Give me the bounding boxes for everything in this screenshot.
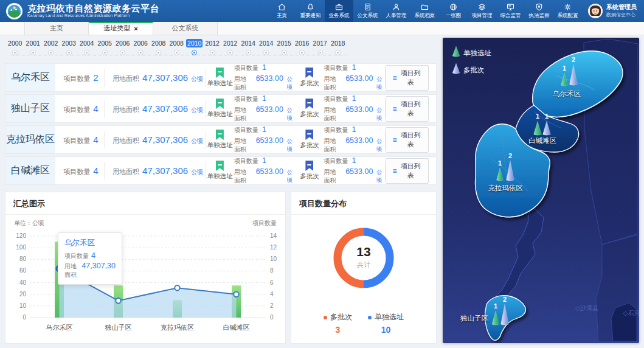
tab-site-type[interactable]: 选址类型× <box>89 22 153 35</box>
timeline-year-dot[interactable] <box>102 50 108 55</box>
timeline-year-dot[interactable] <box>210 50 215 55</box>
timeline-year[interactable]: 2000 <box>6 39 24 55</box>
project-count-label: 项目数量 <box>63 105 90 114</box>
nav-item-shield[interactable]: 执法监察 <box>525 0 553 22</box>
timeline-year[interactable]: 2012 <box>204 39 222 55</box>
timeline-year[interactable]: 2014 <box>257 39 275 55</box>
donut-chart: 13 共计 <box>291 215 436 307</box>
data-point-独山子区[interactable] <box>116 298 120 303</box>
nav-item-globe[interactable]: 一张图 <box>439 0 468 22</box>
project-count-value: 1 <box>352 63 356 72</box>
timeline-year[interactable]: 2004 <box>78 39 96 55</box>
project-list-button[interactable]: ≡项目列表 <box>386 127 429 153</box>
timeline-year-dot[interactable] <box>192 50 197 55</box>
tab-label: 选址类型 <box>103 24 130 33</box>
timeline-year-dot[interactable] <box>299 50 305 55</box>
nav-item-label: 系统档案 <box>415 12 435 19</box>
district-name: 克拉玛依区 <box>5 126 55 153</box>
tab-home[interactable]: 主页 <box>24 22 89 35</box>
timeline-year-dot[interactable] <box>263 50 269 55</box>
nav-item-folder[interactable]: 系统档案 <box>410 0 439 22</box>
donut-legend-item[interactable]: 多批次3 <box>324 312 352 335</box>
timeline-year-dot[interactable] <box>282 50 287 55</box>
data-point-克拉玛依区[interactable] <box>175 285 179 290</box>
sub-stat-row: 用地面积6533.00公顷 <box>324 105 385 123</box>
timeline-year[interactable]: 2003 <box>60 39 78 55</box>
timeline-year[interactable]: 2010 <box>185 39 204 55</box>
sub-stat-row: 项目数量1 <box>324 156 385 165</box>
timeline-year-dot[interactable] <box>317 50 323 55</box>
project-list-button[interactable]: ≡项目列表 <box>386 65 429 91</box>
timeline-year-label: 2010 <box>186 39 203 47</box>
single-site-label: 单独选址 <box>207 110 232 119</box>
project-count-stat: 项目数量4 <box>55 165 104 176</box>
donut-legend-item[interactable]: 单独选址10 <box>368 312 404 335</box>
sub-stat-row: 用地面积6533.00公顷 <box>324 167 385 185</box>
timeline-year-dot[interactable] <box>138 50 144 55</box>
timeline-year[interactable]: 2008 <box>150 39 168 55</box>
timeline-year[interactable]: 2017 <box>311 39 330 55</box>
monitor-icon <box>506 2 515 12</box>
timeline-year[interactable]: 2005 <box>96 39 114 55</box>
timeline-year[interactable]: 2001 <box>24 39 43 55</box>
single-site-badge: 单独选址 <box>206 68 234 88</box>
nav-item-document[interactable]: 公文系统 <box>353 0 382 22</box>
single-site-badge: 单独选址 <box>206 161 234 181</box>
land-area-label: 用地面积 <box>324 168 342 185</box>
timeline-year[interactable]: 2016 <box>293 39 311 55</box>
multi-batch-stats: 项目数量1用地面积6533.00公顷 <box>324 94 385 123</box>
timeline-year-dot[interactable] <box>156 50 161 55</box>
timeline-year[interactable]: 2006 <box>114 39 132 55</box>
multi-batch-count: 2 <box>503 296 507 303</box>
nav-item-layers[interactable]: 项目管理 <box>468 0 496 22</box>
timeline-year[interactable]: 2012 <box>221 39 240 55</box>
nav-item-monitor[interactable]: 综合监管 <box>496 0 525 22</box>
nav-item-person[interactable]: 人事管理 <box>382 0 410 22</box>
multi-batch-label: 多批次 <box>300 172 319 181</box>
sub-stat-row: 项目数量1 <box>234 94 295 103</box>
timeline-year[interactable]: 2006 <box>132 39 150 55</box>
user-name: 系统管理员 <box>606 4 637 12</box>
single-site-count: 1 <box>536 113 539 120</box>
nav-item-gear[interactable]: 系统配置 <box>553 0 582 22</box>
timeline-year-dot[interactable] <box>66 50 72 55</box>
right-axis-tick: 10 <box>270 256 277 262</box>
nav-item-briefcase[interactable]: 业务系统 <box>325 0 353 22</box>
app-header: 克拉玛依市自然资源政务云平台 Karamay Land and Resource… <box>0 0 644 22</box>
main-nav: 主页重要通知业务系统公文系统人事管理系统档案一张图项目管理综合监管执法监察系统配… <box>268 0 582 22</box>
land-area-unit: 公顷 <box>191 168 203 176</box>
timeline-year-dot[interactable] <box>48 50 54 55</box>
tab-bar: 主页选址类型×公文系统 <box>0 22 644 35</box>
tab-document-system[interactable]: 公文系统 <box>153 22 218 35</box>
timeline-year[interactable]: 2014 <box>240 39 258 55</box>
user-menu[interactable]: 系统管理员 勘测信息中心 <box>582 4 644 18</box>
timeline-year[interactable]: 2002 <box>42 39 60 55</box>
nav-item-bell[interactable]: 重要通知 <box>296 0 325 22</box>
timeline-year-dot[interactable] <box>246 50 251 55</box>
briefcase-icon <box>334 2 344 12</box>
timeline-year[interactable]: 2018 <box>329 39 347 55</box>
left-axis-tick: 40 <box>19 279 27 286</box>
project-list-button[interactable]: ≡项目列表 <box>386 158 429 184</box>
single-site-ribbon-icon <box>216 68 224 78</box>
timeline-year-dot[interactable] <box>120 50 125 55</box>
timeline-year-dot[interactable] <box>227 50 233 55</box>
timeline-year-dot[interactable] <box>84 50 89 55</box>
project-list-button[interactable]: ≡项目列表 <box>386 96 429 122</box>
tab-close-icon[interactable]: × <box>134 25 137 32</box>
single-site-badge: 单独选址 <box>206 99 234 119</box>
karamay-map[interactable]: 单独选址多批次 12乌尔禾区11白碱滩区12克拉玛依区12独山子区 ◇沙湾县◇石… <box>443 38 639 343</box>
list-icon: ≡ <box>393 136 397 144</box>
timeline-year-label: 2006 <box>133 39 149 47</box>
timeline-year-dot[interactable] <box>174 50 179 55</box>
district-name: 白碱滩区 <box>5 157 55 184</box>
timeline-year[interactable]: 2008 <box>168 39 186 55</box>
timeline-year-dot[interactable] <box>30 50 36 55</box>
timeline-year[interactable]: 2015 <box>275 39 294 55</box>
land-area-value: 6533.00 <box>256 167 283 176</box>
nav-item-home[interactable]: 主页 <box>268 0 296 22</box>
timeline-year-dot[interactable] <box>335 50 341 55</box>
data-point-白碱滩区[interactable] <box>234 292 238 297</box>
app-subtitle: Karamay Land and Resources Administratio… <box>27 13 159 18</box>
timeline-year-dot[interactable] <box>12 50 18 55</box>
